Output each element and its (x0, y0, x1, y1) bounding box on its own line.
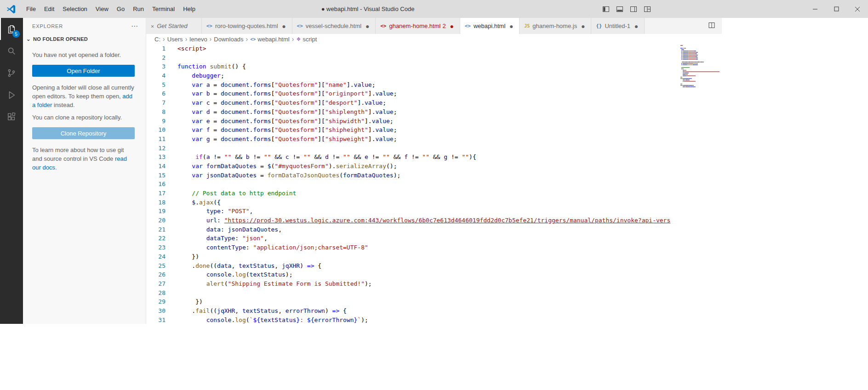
clone-repository-button[interactable]: Clone Repository (32, 127, 135, 139)
line-number: 22 (146, 234, 177, 243)
line-number: 11 (146, 135, 177, 144)
maximize-button[interactable] (826, 0, 847, 18)
keep-open-text-2: instead. (52, 102, 74, 108)
keep-open-text-1: Opening a folder will close all currentl… (32, 84, 134, 100)
code-text: alert("Shipping Estimate Form is Submitt… (177, 279, 372, 288)
chevron-right-icon: › (210, 35, 212, 43)
close-window-button[interactable] (847, 0, 868, 18)
modified-dot[interactable]: ● (449, 23, 455, 30)
tab-untitled-1[interactable]: {}Untitled-1● (591, 18, 645, 34)
editor-group: ✕Get Started<>roro-towing-quotes.html●<>… (146, 18, 722, 324)
menu-go[interactable]: Go (113, 3, 129, 15)
menu-selection[interactable]: Selection (58, 3, 91, 15)
code-editor[interactable]: 1<script>23function submit() {4 debugger… (146, 44, 722, 324)
line-number: 23 (146, 243, 177, 252)
code-text: type: "POST", (177, 207, 253, 216)
minimize-button[interactable] (805, 0, 826, 18)
breadcrumb: C:›Users›lenevo›Downloads›<>webapi.html›… (146, 34, 722, 44)
menu-view[interactable]: View (91, 3, 113, 15)
untitled-file-icon: {} (596, 23, 602, 29)
modified-dot[interactable]: ● (633, 23, 640, 30)
code-text: debugger; (177, 71, 224, 80)
menu-run[interactable]: Run (129, 3, 148, 15)
code-line: 11 var g = document.forms["Quotesform"][… (146, 135, 680, 144)
code-line: 9 var e = document.forms["Quotesform"]["… (146, 117, 680, 126)
modified-dot[interactable]: ● (364, 23, 371, 30)
menu-help[interactable]: Help (179, 3, 200, 15)
section-no-folder-opened[interactable]: ⌄ NO FOLDER OPENED (23, 34, 146, 44)
activity-explorer[interactable]: 5 (0, 18, 23, 40)
tab-roro-towing-quotes-html[interactable]: <>roro-towing-quotes.html● (202, 18, 292, 34)
tab-ghanem-home-js[interactable]: JSghanem-home.js● (520, 18, 591, 34)
code-text: dataType: "json", (177, 234, 268, 243)
line-number: 24 (146, 252, 177, 261)
tab-bar: ✕Get Started<>roro-towing-quotes.html●<>… (146, 18, 722, 34)
breadcrumb-item-downloads[interactable]: Downloads (214, 36, 243, 43)
code-line: 29 }) (146, 297, 680, 306)
line-number: 18 (146, 198, 177, 207)
split-editor-button[interactable] (708, 22, 715, 31)
line-number: 27 (146, 279, 177, 288)
line-number: 26 (146, 270, 177, 279)
toggle-secondary-sidebar-button[interactable] (630, 6, 637, 13)
code-line: 8 var d = document.forms["Quotesform"]["… (146, 107, 680, 117)
code-line: 13 if(a != "" && b != "" && c != "" && d… (146, 153, 680, 162)
activity-run-debug[interactable] (0, 84, 23, 106)
code-line: 20 url: "https://prod-30.westus.logic.az… (146, 216, 680, 225)
menu-edit[interactable]: Edit (40, 3, 58, 15)
breadcrumb-item-c-[interactable]: C: (154, 36, 160, 43)
line-number: 28 (146, 288, 177, 298)
tab-label: Get Started (157, 23, 187, 29)
breadcrumb-item-users[interactable]: Users (167, 36, 183, 43)
code-text: console.log(textStatus); (177, 270, 293, 279)
window-title: ● webapi.html - Visual Studio Code (321, 6, 415, 12)
modified-dot[interactable]: ● (508, 23, 514, 30)
code-line: 19 type: "POST", (146, 207, 680, 216)
modified-dot[interactable]: ● (281, 23, 287, 30)
breadcrumb-item-script[interactable]: ❖script (296, 36, 317, 43)
line-number: 5 (146, 80, 177, 90)
code-text: var c = document.forms["Quotesform"]["de… (177, 98, 386, 107)
minimap[interactable] (680, 45, 720, 88)
code-text: console.log(`${textStatus}: ${errorThrow… (177, 316, 368, 324)
open-folder-button[interactable]: Open Folder (32, 65, 135, 77)
html-file-icon: <> (380, 23, 386, 29)
line-number: 21 (146, 225, 177, 234)
code-line: 22 dataType: "json", (146, 234, 680, 243)
breadcrumb-label: webapi.html (257, 36, 289, 43)
line-number: 8 (146, 107, 177, 117)
tab-ghanem-home-html[interactable]: <>ghanem-home.html2● (376, 18, 460, 34)
breadcrumb-item-webapi-html[interactable]: <>webapi.html (250, 36, 289, 43)
more-actions-icon[interactable]: ⋯ (128, 22, 141, 30)
vscode-logo-icon (0, 4, 22, 14)
code-text: // Post data to http endpoint (177, 189, 296, 198)
activity-source-control[interactable] (0, 62, 23, 84)
keep-open-text: Opening a folder will close all currentl… (32, 83, 135, 109)
line-number: 3 (146, 62, 177, 71)
menu-terminal[interactable]: Terminal (148, 3, 179, 15)
code-text: .fail((jqXHR, textStatus, errorThrown) =… (177, 306, 347, 316)
line-number: 29 (146, 297, 177, 306)
activity-extensions[interactable] (0, 106, 23, 128)
line-number: 20 (146, 216, 177, 225)
menu-file[interactable]: File (22, 3, 40, 15)
tab-webapi-html[interactable]: <>webapi.html● (460, 18, 520, 34)
modified-dot[interactable]: ● (580, 23, 586, 30)
line-number: 31 (146, 316, 177, 324)
learn-text-1: To learn more about how to use git and s… (32, 147, 124, 162)
toggle-panel-button[interactable] (616, 6, 623, 13)
tab-vessel-schedule-html[interactable]: <>vessel-schedule.html● (292, 18, 376, 34)
activity-search[interactable] (0, 40, 23, 62)
code-line: 18 $.ajax({ (146, 198, 680, 207)
learn-text: To learn more about how to use git and s… (32, 146, 135, 172)
customize-layout-button[interactable] (644, 6, 651, 13)
window-controls (805, 0, 868, 18)
toggle-sidebar-button[interactable] (602, 6, 610, 13)
code-line: 5 var a = document.forms["Quotesform"]["… (146, 80, 680, 90)
workbench: 5 (0, 18, 868, 324)
extensions-icon (6, 112, 17, 122)
breadcrumb-item-lenevo[interactable]: lenevo (189, 36, 207, 43)
tab-get-started[interactable]: ✕Get Started (146, 18, 202, 34)
problems-badge: 2 (442, 23, 445, 29)
code-line: 10 var f = document.forms["Quotesform"][… (146, 125, 680, 135)
